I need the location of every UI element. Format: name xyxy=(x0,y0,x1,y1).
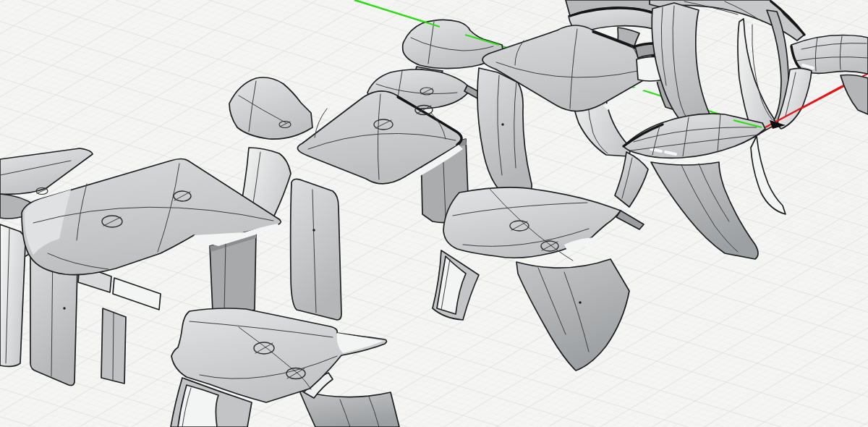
surface-point xyxy=(312,229,315,232)
viewport-canvas[interactable] xyxy=(0,0,868,427)
viewport[interactable] xyxy=(0,0,868,427)
surface-point xyxy=(579,301,582,304)
surface-point xyxy=(63,307,65,309)
surface-point xyxy=(501,123,503,125)
bench-left-leg[interactable] xyxy=(0,224,25,366)
